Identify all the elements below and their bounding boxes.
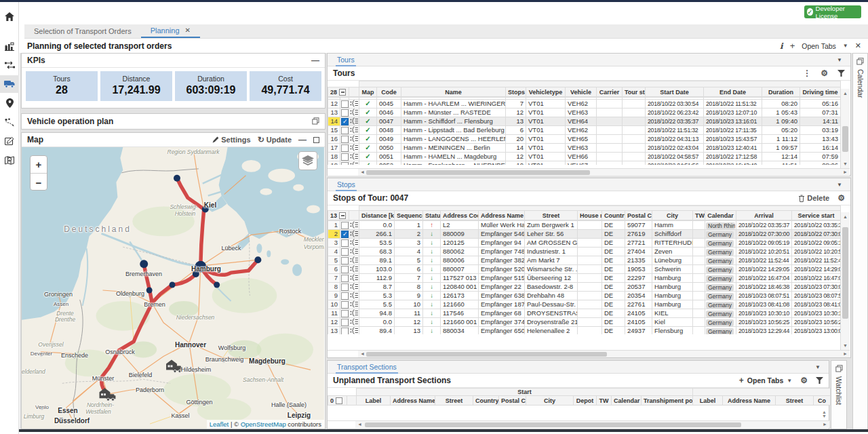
sidebar-item-analytics[interactable] xyxy=(0,37,19,55)
plus-icon[interactable]: + xyxy=(739,376,744,385)
tab-calendar[interactable]: Calendar xyxy=(856,69,865,98)
table-row[interactable]: 12 0.0 12 121660 001 Empfänger 374 Droys… xyxy=(328,317,841,326)
column-header[interactable]: Label xyxy=(357,396,391,406)
column-header[interactable]: Sequence xyxy=(395,211,423,220)
plus-icon[interactable]: + xyxy=(790,41,795,51)
row-detail-icon[interactable] xyxy=(350,221,359,229)
table-row[interactable]: 8 8.7 8 120840 001 Empfänger 22 Basedows… xyxy=(328,282,841,291)
column-header[interactable]: Stops xyxy=(506,87,526,97)
column-header[interactable]: TW xyxy=(693,211,705,220)
table-row[interactable]: 16 0049 Hamm - LANGGOENS ... HEERLEN 20 … xyxy=(328,134,841,143)
open-tabs-button[interactable]: Open Tabs xyxy=(802,42,836,50)
window-restore-icon[interactable] xyxy=(835,365,843,372)
table-row[interactable]: 2 266.1 2 880009 Empfänger 546 Leher Str… xyxy=(328,229,841,238)
row-detail-icon[interactable] xyxy=(350,283,359,290)
tab-close-icon[interactable]: ✕ xyxy=(185,26,191,34)
row-detail-icon[interactable] xyxy=(350,274,359,281)
column-header[interactable]: Code xyxy=(377,87,401,97)
scrollbar-thumb[interactable] xyxy=(842,227,848,319)
chevron-down-icon[interactable]: ▼ xyxy=(843,43,848,49)
osm-link[interactable]: OpenStreetMap xyxy=(241,420,286,428)
row-detail-icon[interactable] xyxy=(350,265,359,273)
row-detail-icon[interactable] xyxy=(350,100,359,107)
row-checkbox[interactable] xyxy=(341,144,349,152)
column-header[interactable]: Country xyxy=(602,211,625,220)
stops-vertical-scrollbar[interactable]: ▲ ▼ xyxy=(840,212,850,350)
collapse-chevron-icon[interactable]: ▼ xyxy=(815,364,821,370)
leaflet-link[interactable]: Leaflet xyxy=(210,420,229,428)
column-header[interactable]: House no. xyxy=(578,211,602,220)
column-header[interactable]: Transhipment point xyxy=(642,396,693,406)
row-detail-icon[interactable] xyxy=(350,126,359,134)
scroll-right-icon[interactable]: ► xyxy=(823,422,827,427)
table-row[interactable]: 19 0052 Hamm - Frankenberg ... NUERNBERG… xyxy=(328,161,841,165)
column-header[interactable] xyxy=(349,211,359,220)
row-checkbox[interactable] xyxy=(341,118,349,125)
select-all-header[interactable]: 28 xyxy=(328,87,349,97)
row-checkbox[interactable] xyxy=(341,319,349,326)
stops-horizontal-scrollbar[interactable]: ◄ ► xyxy=(358,350,850,357)
gear-icon[interactable]: ⚙ xyxy=(837,193,845,203)
column-header[interactable]: Service start xyxy=(792,211,841,220)
scrollbar-thumb[interactable] xyxy=(366,170,590,175)
map-visible-icon[interactable] xyxy=(365,144,370,151)
row-detail-icon[interactable] xyxy=(350,108,359,116)
sidebar-item-routes[interactable] xyxy=(0,113,19,131)
scrollbar-thumb[interactable] xyxy=(366,352,607,357)
row-detail-icon[interactable] xyxy=(350,318,359,326)
row-detail-icon[interactable] xyxy=(350,300,359,308)
map-canvas[interactable]: Region SyddanmarkDeutschlandSchleswig-Ho… xyxy=(22,147,324,429)
row-detail-icon[interactable] xyxy=(350,327,359,334)
sidebar-item-transport-orders[interactable] xyxy=(0,56,19,74)
column-header[interactable]: Postal Code xyxy=(499,396,526,406)
table-row[interactable]: 11 94.8 11 117546 Empfänger 68 DROYSENST… xyxy=(328,309,841,317)
column-header[interactable]: Tour sta xyxy=(623,87,646,97)
scroll-right-icon[interactable]: ► xyxy=(843,170,848,174)
sidebar-item-home[interactable] xyxy=(0,7,19,25)
row-checkbox[interactable] xyxy=(341,100,349,108)
scroll-left-icon[interactable]: ◄ xyxy=(360,351,365,356)
map-minimize-icon[interactable]: — xyxy=(298,135,307,144)
zoom-in-button[interactable]: + xyxy=(31,156,47,174)
column-header[interactable]: Vehicle xyxy=(566,87,597,97)
column-header[interactable]: Status xyxy=(423,211,441,220)
scroll-right-icon[interactable]: ► xyxy=(843,351,848,356)
column-header[interactable] xyxy=(347,396,357,406)
tab-transport-sections[interactable]: Transport Sections xyxy=(336,361,398,374)
table-row[interactable]: 17 0050 Hamm - MEININGEN ... Berlin 14 V… xyxy=(328,143,841,152)
table-row[interactable]: 4 68.3 4 880062 Empfänger 748 Industries… xyxy=(328,247,841,256)
row-checkbox[interactable] xyxy=(341,109,349,117)
column-header[interactable]: Name xyxy=(401,87,506,97)
column-header[interactable]: Co xyxy=(814,396,831,406)
row-checkbox[interactable] xyxy=(341,231,349,238)
column-header[interactable]: City xyxy=(526,396,574,406)
select-all-checkbox[interactable] xyxy=(336,397,342,404)
column-header[interactable]: City xyxy=(652,211,693,220)
table-row[interactable]: 12 0045 Hamm - HAARLEM ... WIERINGERWERF… xyxy=(328,100,841,108)
column-header[interactable]: Arrival xyxy=(736,211,792,220)
sidebar-item-planning-forms[interactable] xyxy=(0,132,19,150)
table-row[interactable]: 13 0046 Hamm - Münster ... RASTEDE 12 VT… xyxy=(328,108,841,117)
row-detail-icon[interactable] xyxy=(350,309,359,317)
scroll-down-icon[interactable]: ▼ xyxy=(841,161,850,166)
select-all-checkbox[interactable] xyxy=(339,212,346,219)
map-visible-icon[interactable] xyxy=(365,117,370,125)
minimize-icon[interactable]: — xyxy=(311,56,319,65)
column-header[interactable]: Address Code xyxy=(441,211,479,220)
column-header[interactable]: Country xyxy=(473,396,499,406)
workspace-tab[interactable]: Planning ✕ xyxy=(141,24,200,38)
column-header[interactable]: End Date xyxy=(704,87,762,97)
row-detail-icon[interactable] xyxy=(350,117,359,125)
row-checkbox[interactable] xyxy=(341,301,349,309)
select-all-header[interactable]: 13 xyxy=(328,211,349,220)
row-detail-icon[interactable] xyxy=(350,292,359,299)
more-menu-icon[interactable]: ⋮ xyxy=(803,68,811,78)
row-detail-icon[interactable] xyxy=(350,248,359,255)
tours-horizontal-scrollbar[interactable]: ◄ ► xyxy=(358,168,850,176)
map-settings-button[interactable]: Settings xyxy=(212,136,250,144)
row-checkbox[interactable] xyxy=(341,257,349,264)
table-row[interactable]: 1 0.0 1 L2 Müller Werk Ham... Zum Bergwe… xyxy=(328,221,841,230)
row-checkbox[interactable] xyxy=(341,136,349,143)
row-detail-icon[interactable] xyxy=(350,144,359,151)
tab-watchlist[interactable]: Watchlist xyxy=(835,376,843,405)
